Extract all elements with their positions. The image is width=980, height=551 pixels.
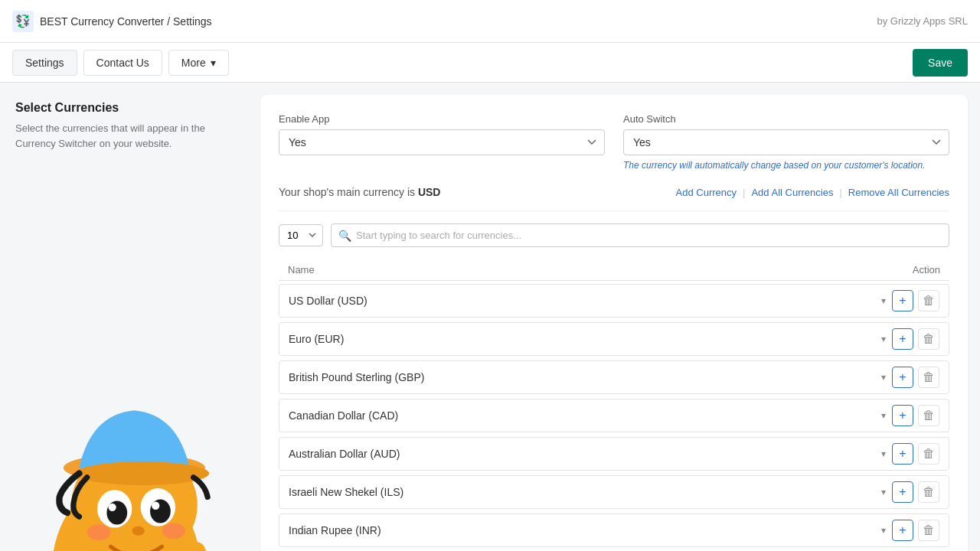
title-sep: / <box>167 15 173 28</box>
currency-expand-icon[interactable]: ▾ <box>881 448 886 459</box>
enable-app-label: Enable App <box>279 113 605 125</box>
auto-switch-label: Auto Switch <box>623 113 949 125</box>
content-panel: Enable App Yes No Auto Switch Yes No The… <box>260 95 968 551</box>
table-row: British Pound Sterling (GBP) ▾ + 🗑 <box>279 360 949 394</box>
main-currency-text: Your shop's main currency is USD <box>279 186 440 198</box>
table-row: US Dollar (USD) ▾ + 🗑 <box>279 284 949 318</box>
by-text: by Grizzly Apps SRL <box>877 15 969 27</box>
delete-currency-button[interactable]: 🗑 <box>918 367 939 388</box>
nav-bar: Settings Contact Us More ▾ Save <box>0 43 980 83</box>
currency-expand-icon[interactable]: ▾ <box>881 487 886 497</box>
currency-expand-icon[interactable]: ▾ <box>881 295 886 306</box>
currency-name: British Pound Sterling (GBP) <box>289 371 424 383</box>
auto-switch-select[interactable]: Yes No <box>623 129 949 155</box>
row-actions: + 🗑 <box>892 405 939 426</box>
app-logo: 💱 <box>12 11 34 32</box>
svg-point-9 <box>152 501 159 509</box>
top-form-row: Enable App Yes No Auto Switch Yes No The… <box>279 113 949 171</box>
app-name: BEST Currency Converter <box>40 15 164 28</box>
currency-actions: Add Currency | Add All Currencies | Remo… <box>676 187 949 198</box>
search-input[interactable] <box>331 223 949 247</box>
search-input-wrap: 🔍 <box>331 223 949 247</box>
sep2: | <box>839 187 841 198</box>
currency-expand-icon[interactable]: ▾ <box>881 334 886 344</box>
enable-app-group: Enable App Yes No <box>279 113 605 171</box>
search-icon: 🔍 <box>338 230 351 242</box>
svg-point-8 <box>108 504 116 511</box>
delete-currency-button[interactable]: 🗑 <box>918 405 939 426</box>
currency-expand-icon[interactable]: ▾ <box>881 525 886 536</box>
add-currency-button[interactable]: + <box>892 367 913 388</box>
sidebar-description: Select the currencies that will appear i… <box>15 121 245 151</box>
row-actions: + 🗑 <box>892 481 939 503</box>
table-row: Canadian Dollar (CAD) ▾ + 🗑 <box>279 399 949 432</box>
svg-point-16 <box>162 523 185 539</box>
currency-name: Australian Dollar (AUD) <box>289 448 400 460</box>
top-bar-left: 💱 BEST Currency Converter / Settings <box>12 11 212 32</box>
delete-currency-button[interactable]: 🗑 <box>918 328 939 350</box>
table-row: Israeli New Shekel (ILS) ▾ + 🗑 <box>279 475 949 509</box>
more-chevron-icon: ▾ <box>211 57 216 69</box>
main-currency-prefix: Your shop's main currency is <box>279 186 415 198</box>
add-currency-button[interactable]: + <box>892 328 913 350</box>
save-button[interactable]: Save <box>913 49 968 77</box>
more-nav-button[interactable]: More ▾ <box>168 50 229 76</box>
currency-header-row: Your shop's main currency is USD Add Cur… <box>279 186 949 211</box>
currency-row-left: Euro (EUR) <box>289 333 881 345</box>
top-bar: 💱 BEST Currency Converter / Settings by … <box>0 0 980 43</box>
enable-app-select[interactable]: Yes No <box>279 129 605 155</box>
mascot-container <box>0 351 256 551</box>
main-layout: Select Currencies Select the currencies … <box>0 83 980 551</box>
auto-switch-group: Auto Switch Yes No The currency will aut… <box>623 113 949 171</box>
currency-row-left: Australian Dollar (AUD) <box>289 448 881 460</box>
add-currency-link[interactable]: Add Currency <box>676 187 737 198</box>
contact-us-nav-button[interactable]: Contact Us <box>83 50 162 76</box>
delete-currency-button[interactable]: 🗑 <box>918 290 939 311</box>
add-currency-button[interactable]: + <box>892 481 913 503</box>
currency-name: US Dollar (USD) <box>289 295 368 307</box>
currency-name: Israeli New Shekel (ILS) <box>289 486 403 498</box>
currency-row-left: British Pound Sterling (GBP) <box>289 371 881 383</box>
currency-rows-container: US Dollar (USD) ▾ + 🗑 Euro (EUR) ▾ + 🗑 B… <box>279 284 949 551</box>
nav-left: Settings Contact Us More ▾ <box>12 50 229 76</box>
delete-currency-button[interactable]: 🗑 <box>918 481 939 503</box>
row-actions: + 🗑 <box>892 520 939 541</box>
currency-name: Canadian Dollar (CAD) <box>289 409 398 422</box>
main-currency-code: USD <box>418 186 441 198</box>
currency-row-left: Israeli New Shekel (ILS) <box>289 486 881 498</box>
add-currency-button[interactable]: + <box>892 290 913 311</box>
row-actions: + 🗑 <box>892 443 939 465</box>
table-row: Indian Rupee (INR) ▾ + 🗑 <box>279 514 949 547</box>
currency-expand-icon[interactable]: ▾ <box>881 410 886 421</box>
add-currency-button[interactable]: + <box>892 520 913 541</box>
logo-emoji: 💱 <box>15 14 31 28</box>
delete-currency-button[interactable]: 🗑 <box>918 443 939 465</box>
delete-currency-button[interactable]: 🗑 <box>918 520 939 541</box>
settings-nav-button[interactable]: Settings <box>12 50 77 76</box>
add-currency-button[interactable]: + <box>892 405 913 426</box>
row-actions: + 🗑 <box>892 290 939 311</box>
add-all-currencies-link[interactable]: Add All Currencies <box>751 187 833 198</box>
row-actions: + 🗑 <box>892 328 939 350</box>
currency-expand-icon[interactable]: ▾ <box>881 372 886 383</box>
add-currency-button[interactable]: + <box>892 443 913 465</box>
table-row: Australian Dollar (AUD) ▾ + 🗑 <box>279 437 949 471</box>
col-name-header: Name <box>288 264 315 276</box>
currency-table: Name Action US Dollar (USD) ▾ + 🗑 Euro (… <box>279 259 949 551</box>
sep1: | <box>743 187 745 198</box>
auto-switch-note: The currency will automatically change b… <box>623 160 949 171</box>
currency-name: Euro (EUR) <box>289 333 344 345</box>
table-header: Name Action <box>279 259 949 281</box>
currency-name: Indian Rupee (INR) <box>289 524 381 536</box>
svg-point-15 <box>87 524 111 540</box>
currency-row-left: US Dollar (USD) <box>289 295 881 307</box>
currency-row-left: Indian Rupee (INR) <box>289 524 881 536</box>
sidebar-title: Select Currencies <box>15 101 245 115</box>
per-page-select[interactable]: 10 25 50 100 <box>279 224 323 246</box>
remove-all-currencies-link[interactable]: Remove All Currencies <box>848 187 949 198</box>
sidebar: Select Currencies Select the currencies … <box>0 83 260 551</box>
mascot-svg <box>0 351 256 551</box>
more-label: More <box>181 57 206 69</box>
col-action-header: Action <box>913 264 940 276</box>
svg-point-10 <box>132 526 144 535</box>
